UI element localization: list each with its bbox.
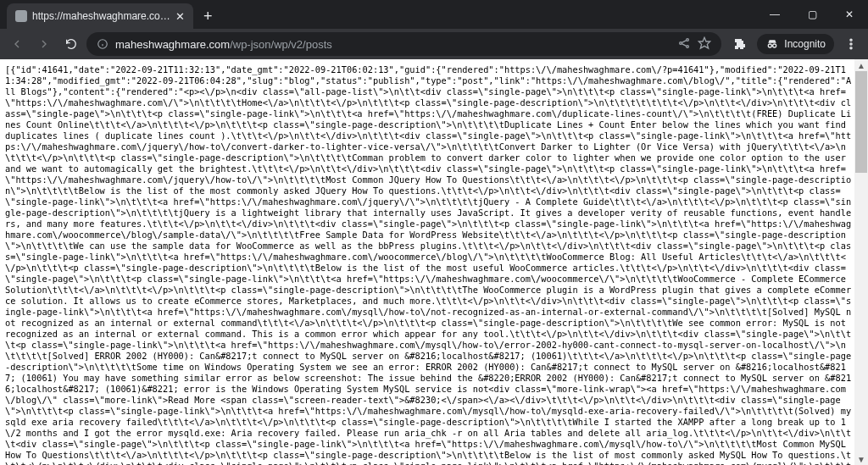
- incognito-indicator[interactable]: Incognito: [757, 34, 834, 54]
- window-minimize-button[interactable]: —: [756, 0, 793, 29]
- window-maximize-button[interactable]: ▢: [793, 0, 831, 29]
- tab-favicon: [15, 10, 27, 22]
- forward-button[interactable]: [32, 32, 56, 56]
- svg-marker-4: [699, 37, 710, 48]
- url-text: maheshwaghmare.com/wp-json/wp/v2/posts: [115, 38, 332, 51]
- new-tab-button[interactable]: +: [193, 8, 223, 29]
- svg-point-5: [769, 44, 772, 47]
- site-info-icon[interactable]: [97, 38, 108, 50]
- window-close-button[interactable]: ✕: [831, 0, 868, 29]
- incognito-label: Incognito: [784, 38, 826, 50]
- svg-point-2: [687, 38, 689, 41]
- scrollbar-track[interactable]: ▲ ▼: [854, 59, 868, 465]
- reload-button[interactable]: [59, 32, 83, 56]
- bookmark-star-icon[interactable]: [698, 36, 711, 53]
- svg-point-7: [850, 39, 852, 41]
- scrollbar-thumb[interactable]: [855, 71, 867, 173]
- tab-close-icon[interactable]: ✕: [175, 11, 185, 22]
- svg-point-6: [773, 44, 776, 47]
- address-bar[interactable]: maheshwaghmare.com/wp-json/wp/v2/posts: [86, 32, 721, 56]
- svg-point-9: [850, 47, 852, 49]
- menu-button[interactable]: [839, 32, 863, 56]
- share-icon[interactable]: [677, 36, 691, 53]
- extensions-button[interactable]: [728, 32, 752, 56]
- browser-tab[interactable]: https://maheshwaghmare.com/w ✕: [7, 3, 193, 29]
- svg-point-1: [680, 42, 682, 44]
- scroll-down-arrow[interactable]: ▼: [854, 453, 868, 465]
- back-button[interactable]: [5, 32, 29, 56]
- tab-title: https://maheshwaghmare.com/w: [32, 10, 170, 22]
- svg-point-8: [850, 43, 852, 45]
- scroll-up-arrow[interactable]: ▲: [854, 59, 868, 71]
- json-response-body[interactable]: [{"id":41641,"date":"2022-09-21T11:32:13…: [0, 59, 868, 465]
- svg-point-3: [687, 45, 689, 47]
